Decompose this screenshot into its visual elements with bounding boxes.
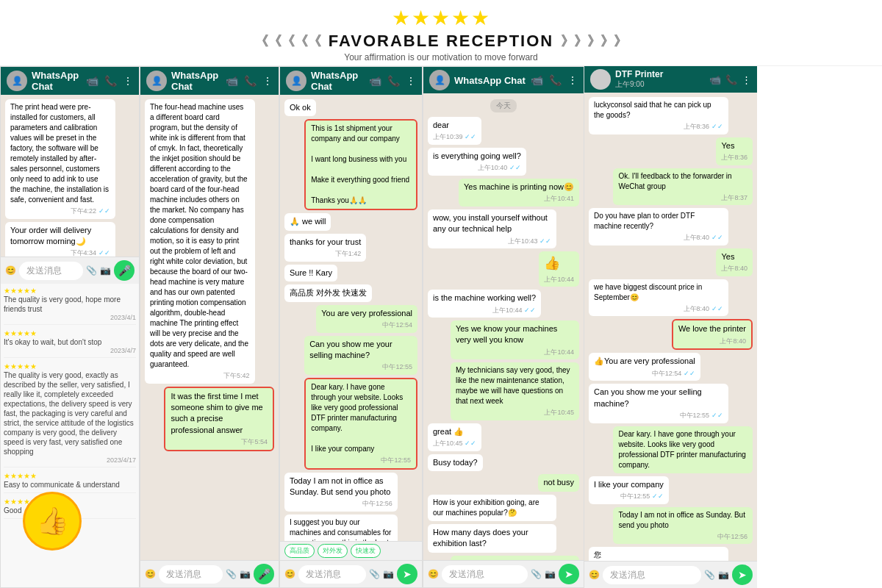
video-icon[interactable]: 📹 (709, 74, 721, 85)
panel4-input[interactable]: 发送消息 (442, 565, 528, 584)
panel3: 👤 WhatsApp Chat 📹 📞 ⋮ Ok ok This is 1st … (279, 66, 423, 588)
phone-icon[interactable]: 📞 (104, 75, 117, 87)
panel3-send-btn[interactable]: ➤ (397, 564, 417, 584)
msg-time: 上午10:41 (464, 194, 574, 204)
msg-time: 中午12:55 (309, 362, 412, 372)
msg-working-well: is the machine working well? 上午10:44 ✓✓ (428, 290, 541, 318)
menu-icon[interactable]: ⋮ (742, 74, 751, 85)
panel5-input[interactable]: 发送消息 (603, 566, 701, 584)
msg-text: Ok. I'll feedback to the forwarder in We… (618, 171, 747, 192)
msg-text: Can you show me your selling machine? (594, 387, 723, 409)
menu-icon[interactable]: ⋮ (567, 74, 578, 86)
msg-text: luckyconsol said that he can pick up the… (594, 100, 723, 121)
msg-text: dear (433, 120, 476, 131)
msg-time: 上午10:44 (544, 275, 574, 284)
emoji-icon[interactable]: 😊 (428, 569, 439, 579)
attach-icon[interactable]: 📎 (531, 569, 542, 579)
msg-time: 中午12:54 ✓✓ (594, 369, 695, 379)
panel3-name: WhatsApp Chat (311, 70, 365, 92)
attach-icon[interactable]: 📎 (86, 265, 97, 276)
msg-time: 上午10:45 ✓✓ (433, 439, 476, 448)
msg-like-company: I like your company 中午12:55 ✓✓ (589, 476, 669, 504)
camera-icon[interactable]: 📷 (100, 265, 111, 276)
panel3-input[interactable]: 发送消息 (298, 565, 366, 584)
msg-text: 👍 (544, 254, 574, 273)
panel1-send-button[interactable]: 🎤 (114, 260, 135, 281)
camera-icon[interactable]: 📷 (240, 569, 251, 579)
date-divider-today: 今天 (490, 99, 517, 112)
panel4-input-bar: 😊 发送消息 📎 📷 ➤ (423, 560, 584, 587)
review-text: It's okay to wait, but don't stop (4, 337, 136, 347)
msg-time: 中午12:56 (290, 499, 392, 509)
emoji-icon[interactable]: 😊 (589, 570, 600, 580)
video-icon[interactable]: 📹 (226, 75, 238, 87)
attach-icon[interactable]: 📎 (226, 569, 237, 579)
msg-busy: Busy today? (428, 454, 483, 471)
phone-icon[interactable]: 📞 (244, 75, 257, 87)
msg-text: Can you show me your selling machine? (309, 339, 412, 362)
msg-text: *AIIREY: How is your exhibition going, a… (456, 559, 574, 560)
emoji-icon[interactable]: 😊 (284, 569, 295, 579)
panel5: DTF Printer 上午9:00 📹 📞 ⋮ luckyconsol sai… (584, 66, 757, 588)
phone-icon[interactable]: 📞 (387, 75, 400, 87)
msg-discount-sept: we have biggest discount price in Septem… (589, 279, 728, 317)
msg-yes1: Yes 上午8:36 (716, 137, 753, 165)
review-stars: ★★★★★ (4, 472, 136, 480)
video-icon[interactable]: 📹 (86, 75, 98, 87)
msg-time: 上午8:37 (618, 193, 747, 203)
msg-time: 上午8:40 ✓✓ (594, 233, 723, 243)
panel3-input-bar: 😊 发送消息 📎 📷 ➤ (280, 560, 422, 587)
msg-text: is everything going well? (433, 151, 521, 162)
msg-text: You are very professional (321, 308, 412, 319)
panel1-chat-body: The print head were pre-installed for cu… (1, 95, 139, 257)
quick-reply-fast[interactable]: 快速发 (351, 544, 381, 558)
attach-icon[interactable]: 📎 (369, 569, 380, 579)
msg-text: Dear kary. I have gone through your webs… (311, 382, 411, 454)
msg-text: The print head were pre-installed for cu… (10, 102, 110, 205)
panel2-name: WhatsApp Chat (171, 70, 221, 92)
panel2-input[interactable]: 发送消息 (159, 565, 223, 584)
video-icon[interactable]: 📹 (369, 75, 381, 87)
panel3-chat-body: Ok ok This is 1st shipment your company … (280, 95, 422, 541)
review-item: ★★★★★ The quality is very good, exactly … (4, 362, 136, 467)
panel2-send-btn[interactable]: 🎤 (254, 564, 274, 584)
msg-ok: Ok ok (284, 99, 316, 116)
emoji-icon[interactable]: 😊 (5, 265, 16, 276)
panel1-input-field[interactable]: 发送消息 (19, 262, 83, 280)
camera-icon[interactable]: 📷 (718, 570, 729, 580)
msg-show-machine: Can you show me your selling machine? 中午… (304, 336, 417, 375)
quick-reply-send[interactable]: 对外发 (318, 544, 348, 558)
rating-stars: ★★★★★ (0, 6, 882, 30)
panel4-send-btn[interactable]: ➤ (559, 564, 579, 584)
msg-text: Yes machine is printing now😊 (464, 182, 574, 193)
phone-icon[interactable]: 📞 (725, 74, 737, 85)
video-icon[interactable]: 📹 (531, 74, 543, 86)
msg-time: 中午12:55 ✓✓ (594, 411, 723, 420)
menu-icon[interactable]: ⋮ (406, 75, 416, 87)
msg-text: I suggest you buy our machines and consu… (290, 517, 392, 541)
msg-1st-shipment: This is 1st shipment your company and ou… (304, 119, 417, 210)
quick-reply-quality[interactable]: 高品质 (284, 544, 315, 558)
menu-icon[interactable]: ⋮ (262, 75, 273, 87)
phone-icon[interactable]: 📞 (549, 74, 562, 86)
attach-icon[interactable]: 📎 (704, 570, 715, 580)
msg-suggest-buy2: 您I suggest you buy our machines and cons… (589, 547, 728, 561)
msg-show-selling: Can you show me your selling machine? 中午… (589, 384, 728, 423)
msg-great: great 👍 上午10:45 ✓✓ (428, 423, 481, 451)
msg-text: Ok ok (290, 102, 311, 113)
review-text: The quality is very good, hope more frie… (4, 295, 136, 314)
emoji-icon[interactable]: 😊 (145, 569, 156, 579)
msg-time: 下午4:22 ✓✓ (10, 207, 110, 216)
msg-text: is the machine working well? (433, 293, 536, 304)
msg-text: How many days does your exhibition last? (433, 527, 551, 550)
msg-text: Yes we know your machines very well you … (456, 323, 574, 346)
msg-text: 您I suggest you buy our machines and cons… (594, 550, 723, 561)
panel5-send-btn[interactable]: ➤ (732, 564, 753, 585)
msg-time: 中午12:55 ✓✓ (594, 492, 664, 501)
review-item: ★★★★★ Easy to communicate & understand (4, 472, 136, 493)
camera-icon[interactable]: 📷 (383, 569, 394, 579)
msg-not-busy: not busy (538, 474, 579, 491)
msg-text: How is your exhibition going, are our ma… (433, 498, 551, 518)
camera-icon[interactable]: 📷 (545, 569, 556, 579)
menu-icon[interactable]: ⋮ (123, 75, 133, 87)
